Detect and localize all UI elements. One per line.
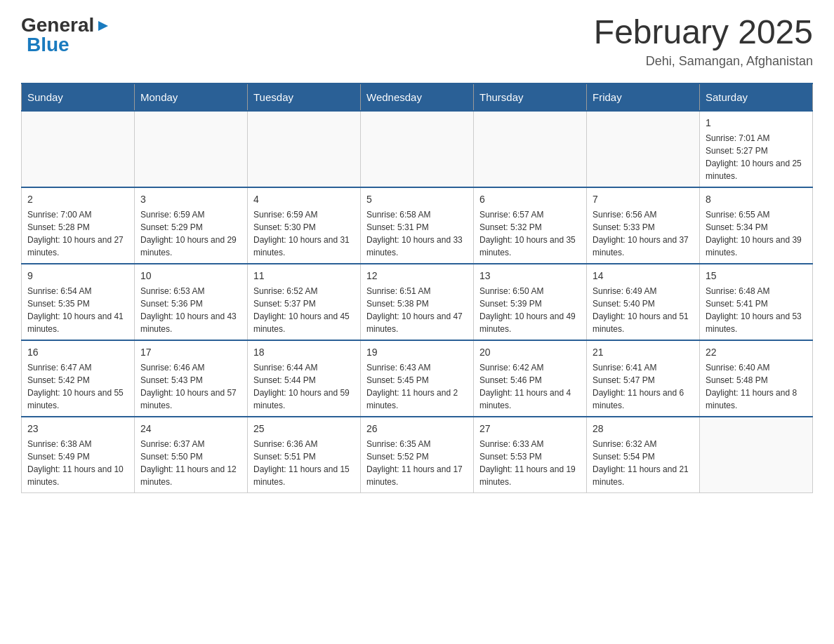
- calendar-week-row: 9Sunrise: 6:54 AMSunset: 5:35 PMDaylight…: [22, 264, 813, 340]
- day-info: Sunrise: 6:40 AMSunset: 5:48 PMDaylight:…: [706, 361, 807, 412]
- calendar-cell: 21Sunrise: 6:41 AMSunset: 5:47 PMDayligh…: [587, 340, 700, 417]
- calendar-cell: 15Sunrise: 6:48 AMSunset: 5:41 PMDayligh…: [700, 264, 813, 340]
- day-number: 5: [366, 192, 468, 207]
- calendar-cell: [248, 111, 361, 187]
- day-number: 13: [479, 269, 581, 283]
- calendar-cell: 24Sunrise: 6:37 AMSunset: 5:50 PMDayligh…: [135, 417, 248, 493]
- day-number: 23: [27, 422, 128, 436]
- svg-marker-0: [98, 21, 108, 31]
- day-number: 14: [593, 269, 694, 283]
- day-info: Sunrise: 6:48 AMSunset: 5:41 PMDaylight:…: [706, 285, 807, 335]
- calendar-cell: 20Sunrise: 6:42 AMSunset: 5:46 PMDayligh…: [474, 340, 587, 417]
- calendar-cell: 6Sunrise: 6:57 AMSunset: 5:32 PMDaylight…: [474, 187, 587, 264]
- day-number: 19: [366, 345, 468, 360]
- calendar-table: SundayMondayTuesdayWednesdayThursdayFrid…: [21, 83, 813, 493]
- day-number: 8: [706, 192, 807, 207]
- calendar-cell: 22Sunrise: 6:40 AMSunset: 5:48 PMDayligh…: [700, 340, 813, 417]
- calendar-day-header: Monday: [135, 83, 248, 111]
- calendar-cell: 11Sunrise: 6:52 AMSunset: 5:37 PMDayligh…: [248, 264, 361, 340]
- calendar-cell: 10Sunrise: 6:53 AMSunset: 5:36 PMDayligh…: [135, 264, 248, 340]
- day-info: Sunrise: 6:44 AMSunset: 5:44 PMDaylight:…: [253, 361, 355, 412]
- day-number: 9: [27, 269, 128, 283]
- calendar-week-row: 16Sunrise: 6:47 AMSunset: 5:42 PMDayligh…: [22, 340, 813, 417]
- day-number: 10: [140, 269, 241, 283]
- page-header: General Blue February 2025 Dehi, Samanga…: [21, 14, 813, 69]
- calendar-cell: 4Sunrise: 6:59 AMSunset: 5:30 PMDaylight…: [248, 187, 361, 264]
- title-block: February 2025 Dehi, Samangan, Afghanista…: [594, 14, 813, 69]
- day-number: 26: [366, 422, 468, 436]
- day-info: Sunrise: 6:43 AMSunset: 5:45 PMDaylight:…: [366, 361, 468, 412]
- day-info: Sunrise: 6:55 AMSunset: 5:34 PMDaylight:…: [706, 208, 807, 259]
- day-info: Sunrise: 6:38 AMSunset: 5:49 PMDaylight:…: [27, 438, 128, 488]
- day-info: Sunrise: 6:33 AMSunset: 5:53 PMDaylight:…: [479, 438, 581, 488]
- day-number: 28: [593, 422, 694, 436]
- logo-blue-text: Blue: [27, 34, 70, 55]
- logo: General Blue: [21, 14, 111, 56]
- day-info: Sunrise: 6:49 AMSunset: 5:40 PMDaylight:…: [593, 285, 694, 335]
- calendar-day-header: Friday: [587, 83, 700, 111]
- calendar-cell: [587, 111, 700, 187]
- calendar-cell: [361, 111, 474, 187]
- calendar-day-header: Thursday: [474, 83, 587, 111]
- calendar-cell: 9Sunrise: 6:54 AMSunset: 5:35 PMDaylight…: [22, 264, 135, 340]
- calendar-cell: 13Sunrise: 6:50 AMSunset: 5:39 PMDayligh…: [474, 264, 587, 340]
- calendar-cell: 5Sunrise: 6:58 AMSunset: 5:31 PMDaylight…: [361, 187, 474, 264]
- day-number: 27: [479, 422, 581, 436]
- day-number: 17: [140, 345, 241, 360]
- calendar-cell: [22, 111, 135, 187]
- day-info: Sunrise: 7:00 AMSunset: 5:28 PMDaylight:…: [27, 208, 128, 259]
- day-info: Sunrise: 6:47 AMSunset: 5:42 PMDaylight:…: [27, 361, 128, 412]
- day-number: 4: [253, 192, 355, 207]
- day-info: Sunrise: 6:58 AMSunset: 5:31 PMDaylight:…: [366, 208, 468, 259]
- day-info: Sunrise: 6:54 AMSunset: 5:35 PMDaylight:…: [27, 285, 128, 335]
- day-info: Sunrise: 6:50 AMSunset: 5:39 PMDaylight:…: [479, 285, 581, 335]
- day-number: 2: [27, 192, 128, 207]
- day-number: 25: [253, 422, 355, 436]
- month-title: February 2025: [594, 14, 813, 51]
- calendar-cell: 8Sunrise: 6:55 AMSunset: 5:34 PMDaylight…: [700, 187, 813, 264]
- calendar-cell: [474, 111, 587, 187]
- calendar-cell: 16Sunrise: 6:47 AMSunset: 5:42 PMDayligh…: [22, 340, 135, 417]
- logo-arrow-icon: [95, 18, 111, 34]
- day-number: 15: [706, 269, 807, 283]
- day-number: 11: [253, 269, 355, 283]
- calendar-day-header: Sunday: [22, 83, 135, 111]
- calendar-cell: 19Sunrise: 6:43 AMSunset: 5:45 PMDayligh…: [361, 340, 474, 417]
- calendar-cell: 3Sunrise: 6:59 AMSunset: 5:29 PMDaylight…: [135, 187, 248, 264]
- day-number: 6: [479, 192, 581, 207]
- calendar-week-row: 1Sunrise: 7:01 AMSunset: 5:27 PMDaylight…: [22, 111, 813, 187]
- calendar-cell: 26Sunrise: 6:35 AMSunset: 5:52 PMDayligh…: [361, 417, 474, 493]
- day-info: Sunrise: 6:59 AMSunset: 5:29 PMDaylight:…: [140, 208, 241, 259]
- day-number: 12: [366, 269, 468, 283]
- day-info: Sunrise: 6:37 AMSunset: 5:50 PMDaylight:…: [140, 438, 241, 488]
- day-info: Sunrise: 6:57 AMSunset: 5:32 PMDaylight:…: [479, 208, 581, 259]
- day-number: 22: [706, 345, 807, 360]
- day-info: Sunrise: 6:52 AMSunset: 5:37 PMDaylight:…: [253, 285, 355, 335]
- calendar-cell: [700, 417, 813, 493]
- calendar-day-header: Saturday: [700, 83, 813, 111]
- day-number: 18: [253, 345, 355, 360]
- day-number: 21: [593, 345, 694, 360]
- day-number: 24: [140, 422, 241, 436]
- day-number: 7: [593, 192, 694, 207]
- calendar-cell: 2Sunrise: 7:00 AMSunset: 5:28 PMDaylight…: [22, 187, 135, 264]
- calendar-cell: 27Sunrise: 6:33 AMSunset: 5:53 PMDayligh…: [474, 417, 587, 493]
- calendar-day-header: Wednesday: [361, 83, 474, 111]
- calendar-cell: 28Sunrise: 6:32 AMSunset: 5:54 PMDayligh…: [587, 417, 700, 493]
- calendar-cell: 18Sunrise: 6:44 AMSunset: 5:44 PMDayligh…: [248, 340, 361, 417]
- day-info: Sunrise: 6:41 AMSunset: 5:47 PMDaylight:…: [593, 361, 694, 412]
- day-info: Sunrise: 6:42 AMSunset: 5:46 PMDaylight:…: [479, 361, 581, 412]
- day-info: Sunrise: 7:01 AMSunset: 5:27 PMDaylight:…: [706, 132, 807, 182]
- calendar-cell: [135, 111, 248, 187]
- day-number: 1: [706, 116, 807, 130]
- day-info: Sunrise: 6:46 AMSunset: 5:43 PMDaylight:…: [140, 361, 241, 412]
- calendar-cell: 14Sunrise: 6:49 AMSunset: 5:40 PMDayligh…: [587, 264, 700, 340]
- day-number: 3: [140, 192, 241, 207]
- day-info: Sunrise: 6:51 AMSunset: 5:38 PMDaylight:…: [366, 285, 468, 335]
- calendar-week-row: 23Sunrise: 6:38 AMSunset: 5:49 PMDayligh…: [22, 417, 813, 493]
- calendar-cell: 17Sunrise: 6:46 AMSunset: 5:43 PMDayligh…: [135, 340, 248, 417]
- day-info: Sunrise: 6:56 AMSunset: 5:33 PMDaylight:…: [593, 208, 694, 259]
- calendar-week-row: 2Sunrise: 7:00 AMSunset: 5:28 PMDaylight…: [22, 187, 813, 264]
- day-info: Sunrise: 6:35 AMSunset: 5:52 PMDaylight:…: [366, 438, 468, 488]
- calendar-cell: 1Sunrise: 7:01 AMSunset: 5:27 PMDaylight…: [700, 111, 813, 187]
